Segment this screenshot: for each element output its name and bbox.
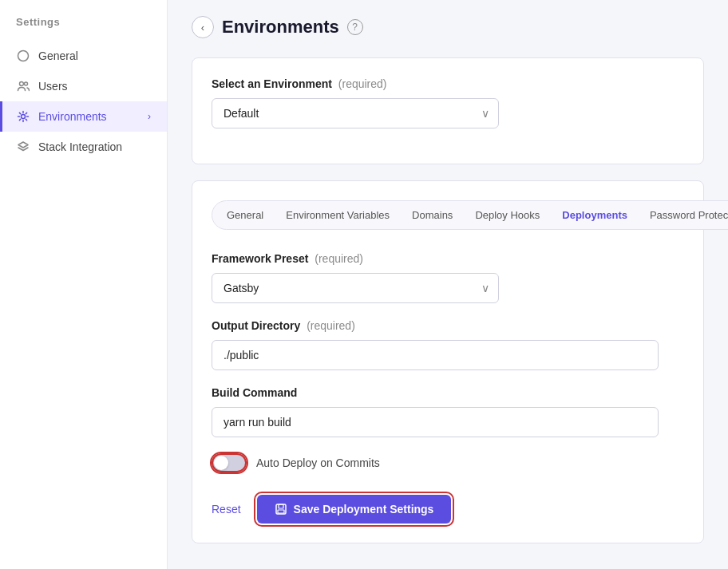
framework-preset-select[interactable]: Gatsby Next.js React Vue [212, 273, 499, 303]
environment-selector-card: Select an Environment (required) Default… [192, 57, 704, 164]
environment-select-field: Select an Environment (required) Default… [212, 77, 684, 128]
output-directory-input[interactable] [212, 340, 659, 370]
tab-general[interactable]: General [216, 204, 275, 226]
tab-domains[interactable]: Domains [401, 204, 464, 226]
save-button-label: Save Deployment Settings [294, 503, 434, 516]
framework-preset-select-wrapper: Gatsby Next.js React Vue ∨ [212, 273, 499, 303]
svg-point-1 [20, 82, 24, 86]
tab-deployments[interactable]: Deployments [551, 204, 639, 226]
page-title: Environments [222, 17, 339, 38]
framework-preset-required: (required) [315, 252, 363, 265]
build-command-field: Build Command [212, 386, 684, 437]
page-header: ‹ Environments ? [192, 16, 704, 38]
build-command-input[interactable] [212, 407, 659, 437]
sidebar-item-users[interactable]: Users [0, 71, 167, 101]
users-icon [16, 79, 30, 93]
toggle-knob [214, 456, 228, 470]
tab-bar: General Environment Variables Domains De… [212, 200, 728, 230]
svg-rect-6 [278, 510, 284, 513]
framework-preset-label: Framework Preset (required) [212, 252, 684, 265]
auto-deploy-label: Auto Deploy on Commits [256, 456, 380, 469]
save-deployment-settings-button[interactable]: Save Deployment Settings [257, 495, 452, 524]
environment-select-label: Select an Environment (required) [212, 77, 684, 90]
gear-icon [16, 109, 30, 124]
help-icon[interactable]: ? [347, 19, 363, 35]
framework-preset-field: Framework Preset (required) Gatsby Next.… [212, 252, 684, 303]
chevron-right-icon: › [148, 111, 151, 122]
back-button[interactable]: ‹ [192, 16, 214, 38]
environment-select-required: (required) [338, 77, 387, 90]
deployments-card: General Environment Variables Domains De… [192, 180, 704, 543]
form-actions: Reset Save Deployment Settings [212, 495, 684, 524]
circle-icon [16, 49, 30, 63]
sidebar-item-stack-integration-label: Stack Integration [38, 140, 151, 153]
sidebar-item-environments[interactable]: Environments › [0, 101, 167, 132]
sidebar-item-stack-integration[interactable]: Stack Integration [0, 132, 167, 162]
floppy-icon [275, 503, 287, 516]
sidebar-item-environments-label: Environments [38, 110, 140, 123]
auto-deploy-row: Auto Deploy on Commits [212, 453, 684, 472]
output-directory-required: (required) [307, 319, 355, 332]
main-content: ‹ Environments ? Select an Environment (… [168, 0, 728, 569]
sidebar: Settings General Users Environments [0, 0, 168, 569]
output-directory-field: Output Directory (required) [212, 319, 684, 370]
layers-icon [16, 140, 30, 154]
tab-environment-variables[interactable]: Environment Variables [275, 204, 401, 226]
tab-deploy-hooks[interactable]: Deploy Hooks [464, 204, 551, 226]
svg-point-2 [25, 82, 28, 85]
auto-deploy-toggle[interactable] [212, 453, 247, 472]
reset-button[interactable]: Reset [212, 503, 241, 516]
environment-select-input[interactable]: Default [212, 98, 499, 128]
tab-password-protection[interactable]: Password Protection [639, 204, 728, 226]
sidebar-item-general-label: General [38, 49, 151, 62]
sidebar-item-general[interactable]: General [0, 41, 167, 71]
environment-select-wrapper: Default ∨ [212, 98, 499, 128]
build-command-label: Build Command [212, 386, 684, 399]
svg-point-3 [22, 115, 26, 119]
sidebar-item-users-label: Users [38, 80, 151, 93]
sidebar-title: Settings [0, 16, 167, 41]
svg-point-0 [18, 51, 29, 61]
output-directory-label: Output Directory (required) [212, 319, 684, 332]
